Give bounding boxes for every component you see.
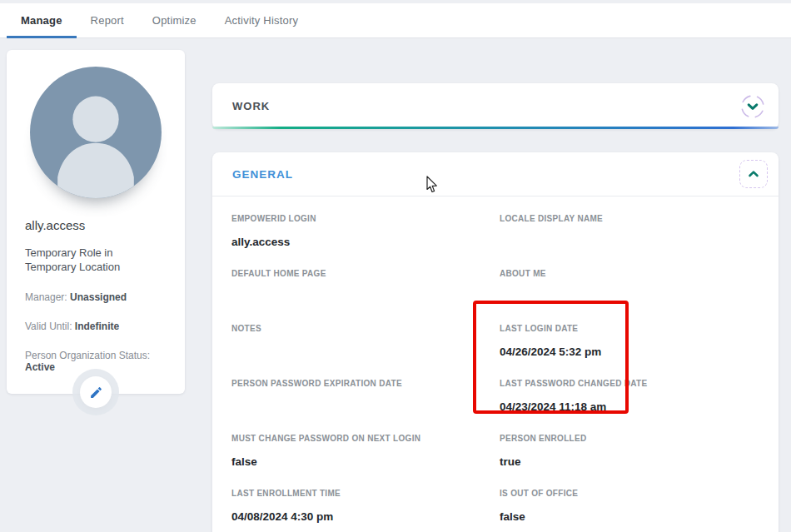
field-must-change-password: MUST CHANGE PASSWORD ON NEXT LOGIN false bbox=[231, 434, 500, 489]
pencil-icon bbox=[89, 385, 103, 400]
field-last-enrollment-time: LAST ENROLLMENT TIME 04/08/2024 4:30 pm bbox=[231, 489, 500, 532]
profile-card: ally.access Temporary Role in Temporary … bbox=[7, 50, 185, 394]
field-label: NOTES bbox=[231, 324, 500, 333]
profile-valid-until: Valid Until: Indefinite bbox=[7, 303, 185, 332]
general-fields-grid: EMPOWERID LOGIN ally.access LOCALE DISPL… bbox=[212, 196, 779, 532]
expand-work-button[interactable] bbox=[739, 92, 767, 121]
general-panel: GENERAL EMPOWERID LOGIN ally.access LOCA… bbox=[212, 152, 779, 532]
field-about-me: ABOUT ME bbox=[500, 269, 759, 324]
field-label: EMPOWERID LOGIN bbox=[231, 214, 500, 223]
field-last-login-date: LAST LOGIN DATE 04/26/2024 5:32 pm bbox=[500, 324, 759, 379]
field-last-password-changed-date: LAST PASSWORD CHANGED DATE 04/23/2024 11… bbox=[500, 379, 759, 434]
profile-role: Temporary Role in Temporary Location bbox=[7, 232, 185, 274]
field-value: false bbox=[231, 455, 500, 468]
field-default-home-page: DEFAULT HOME PAGE bbox=[231, 269, 500, 324]
tab-activity-history[interactable]: Activity History bbox=[211, 3, 312, 37]
field-label: LAST PASSWORD CHANGED DATE bbox=[500, 379, 759, 388]
profile-org-status: Person Organization Status: Active bbox=[7, 332, 185, 373]
field-value: ally.access bbox=[231, 236, 500, 248]
field-empowerid-login: EMPOWERID LOGIN ally.access bbox=[231, 214, 500, 269]
manager-value: Unassigned bbox=[70, 291, 127, 303]
field-label: LOCALE DISPLAY NAME bbox=[500, 214, 759, 223]
manager-label: Manager: bbox=[25, 291, 70, 303]
field-label: IS OUT OF OFFICE bbox=[500, 489, 759, 498]
profile-manager: Manager: Unassigned bbox=[7, 274, 185, 303]
chevron-down-icon bbox=[739, 92, 767, 121]
org-status-value: Active bbox=[25, 361, 55, 373]
field-value: false bbox=[500, 510, 759, 523]
valid-until-value: Indefinite bbox=[75, 321, 119, 332]
chevron-up-icon bbox=[746, 167, 761, 181]
avatar bbox=[30, 67, 162, 198]
org-status-label: Person Organization Status: bbox=[25, 350, 150, 361]
tab-report[interactable]: Report bbox=[77, 3, 138, 37]
field-is-out-of-office: IS OUT OF OFFICE false bbox=[500, 489, 759, 532]
field-value: 04/08/2024 4:30 pm bbox=[231, 510, 500, 523]
field-label: ABOUT ME bbox=[500, 269, 759, 278]
general-panel-title: GENERAL bbox=[232, 168, 293, 181]
valid-until-label: Valid Until: bbox=[25, 321, 75, 332]
field-notes: NOTES bbox=[231, 324, 500, 379]
field-value: true bbox=[500, 455, 759, 468]
field-label: PERSON ENROLLED bbox=[500, 434, 759, 443]
field-value: 04/23/2024 11:18 am bbox=[500, 400, 759, 413]
field-person-password-expiration-date: PERSON PASSWORD EXPIRATION DATE bbox=[231, 379, 500, 434]
field-label: LAST LOGIN DATE bbox=[500, 324, 759, 333]
work-panel-title: WORK bbox=[232, 100, 270, 112]
field-value: 04/26/2024 5:32 pm bbox=[500, 346, 759, 358]
tab-manage[interactable]: Manage bbox=[7, 3, 77, 37]
field-label: DEFAULT HOME PAGE bbox=[231, 269, 500, 278]
general-panel-header[interactable]: GENERAL bbox=[212, 152, 779, 196]
field-label: MUST CHANGE PASSWORD ON NEXT LOGIN bbox=[231, 434, 500, 443]
field-person-enrolled: PERSON ENROLLED true bbox=[500, 434, 759, 489]
field-locale-display-name: LOCALE DISPLAY NAME bbox=[500, 214, 759, 269]
work-panel-header[interactable]: WORK bbox=[212, 83, 779, 129]
tab-bar: Manage Report Optimize Activity History bbox=[0, 3, 791, 38]
person-silhouette-icon bbox=[30, 67, 162, 198]
profile-name: ally.access bbox=[7, 198, 185, 232]
field-label: LAST ENROLLMENT TIME bbox=[231, 489, 500, 498]
field-label: PERSON PASSWORD EXPIRATION DATE bbox=[231, 379, 500, 388]
edit-profile-button[interactable] bbox=[80, 376, 112, 408]
tab-optimize[interactable]: Optimize bbox=[138, 3, 211, 37]
collapse-general-button[interactable] bbox=[739, 160, 768, 188]
